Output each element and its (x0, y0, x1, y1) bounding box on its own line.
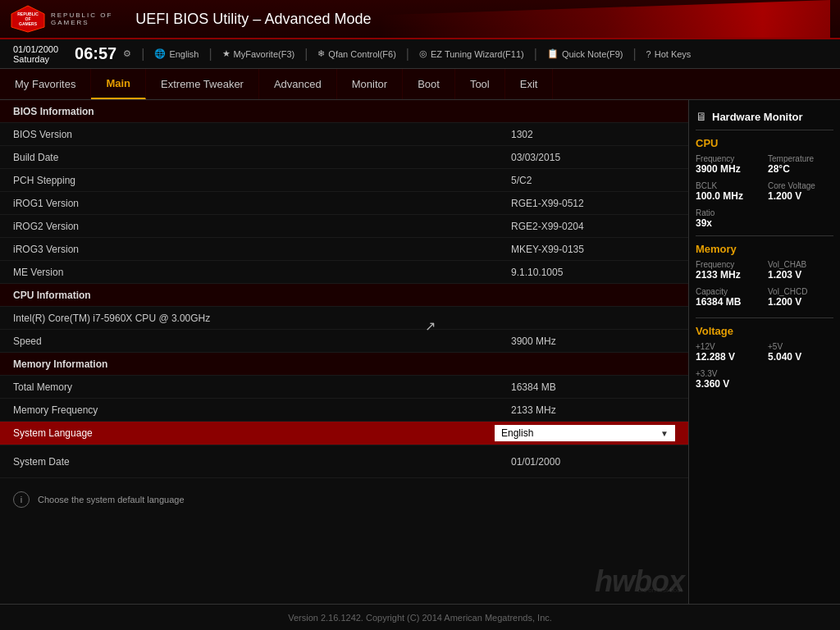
hotkeys-icon: ? (646, 49, 651, 59)
nav-monitor[interactable]: Monitor (337, 69, 403, 99)
toolbar-separator-5: | (534, 47, 537, 62)
main-layout: BIOS Information BIOS Version 1302 Build… (0, 100, 840, 604)
irog3-row: iROG3 Version MKEY-X99-0135 (0, 238, 688, 261)
hw-cpu-temp-value: 28°C (768, 163, 833, 175)
system-language-dropdown[interactable]: English ▼ (495, 425, 675, 441)
info-table: BIOS Information BIOS Version 1302 Build… (0, 100, 688, 514)
nav-tool[interactable]: Tool (455, 69, 505, 99)
svg-text:GAMERS: GAMERS (19, 21, 38, 26)
help-text: Choose the system default language (38, 495, 185, 504)
rog-line2: GAMERS (51, 19, 112, 26)
hw-v12-label: +12V (696, 342, 761, 351)
hw-mem-frequency: Frequency 2133 MHz (696, 260, 761, 281)
cpu-model-value: Intel(R) Core(TM) i7-5960X CPU @ 3.00GHz (13, 313, 511, 324)
time-text: 06:57 (75, 44, 116, 63)
hw-mem-capacity: Capacity 16384 MB (696, 287, 761, 308)
cpu-model-row: Intel(R) Core(TM) i7-5960X CPU @ 3.00GHz (0, 307, 688, 330)
nav-exit[interactable]: Exit (505, 69, 554, 99)
bios-version-label: BIOS Version (13, 129, 511, 140)
nav-extreme-tweaker[interactable]: Extreme Tweaker (146, 69, 259, 99)
toolbar-myfavorite[interactable]: ★ MyFavorite(F3) (217, 47, 300, 61)
help-footer: i Choose the system default language (0, 485, 688, 514)
hardware-monitor-panel: 🖥 Hardware Monitor CPU Frequency 3900 MH… (688, 100, 840, 604)
hw-vol-chcd-value: 1.200 V (768, 296, 833, 308)
hw-voltage-section-title: Voltage (696, 325, 833, 337)
page-title: UEFI BIOS Utility – Advanced Mode (135, 11, 371, 28)
hw-ratio-label: Ratio (696, 208, 833, 217)
hw-capacity-label: Capacity (696, 287, 761, 296)
system-language-row[interactable]: System Language English ▼ (0, 422, 688, 445)
date-display: 01/01/2000 Saturday (13, 44, 58, 64)
tuning-icon: ◎ (419, 48, 427, 59)
hw-cpu-freq-temp: Frequency 3900 MHz Temperature 28°C (696, 154, 833, 178)
settings-icon[interactable]: ⚙ (123, 48, 131, 59)
hw-ratio-value: 39x (696, 217, 833, 229)
hw-monitor-header: 🖥 Hardware Monitor (696, 107, 833, 130)
hw-v5-value: 5.040 V (768, 351, 833, 363)
info-icon: i (13, 491, 30, 508)
header-decoration (381, 0, 830, 38)
globe-icon: 🌐 (154, 48, 166, 59)
hw-cpu-temperature: Temperature 28°C (768, 154, 833, 175)
total-memory-label: Total Memory (13, 381, 511, 393)
irog3-value: MKEY-X99-0135 (511, 244, 675, 255)
hw-core-voltage-value: 1.200 V (768, 190, 833, 202)
main-content: BIOS Information BIOS Version 1302 Build… (0, 100, 688, 604)
toolbar: 01/01/2000 Saturday 06:57 ⚙ | 🌐 English … (0, 39, 840, 69)
toolbar-ez-tuning[interactable]: ◎ EZ Tuning Wizard(F11) (414, 47, 529, 61)
pch-stepping-row: PCH Stepping 5/C2 (0, 169, 688, 192)
hw-bclk-label: BCLK (696, 181, 761, 190)
note-icon: 📋 (547, 48, 559, 59)
nav-main[interactable]: Main (91, 69, 146, 99)
toolbar-time-display: 06:57 ⚙ (70, 43, 136, 65)
me-version-label: ME Version (13, 267, 511, 278)
build-date-label: Build Date (13, 152, 511, 163)
me-version-row: ME Version 9.1.10.1005 (0, 261, 688, 284)
hw-cpu-freq-value: 3900 MHz (696, 163, 761, 175)
total-memory-value: 16384 MB (511, 381, 675, 393)
nav-my-favorites[interactable]: My Favorites (0, 69, 91, 99)
nav-boot[interactable]: Boot (403, 69, 455, 99)
system-date-row[interactable]: System Date 01/01/2000 (0, 445, 688, 478)
hw-v5: +5V 5.040 V (768, 342, 833, 363)
rog-logo: REPUBLIC OF GAMERS REPUBLIC OF GAMERS (10, 4, 112, 34)
toolbar-language[interactable]: 🌐 English (149, 47, 203, 61)
hw-bclk-value: 100.0 MHz (696, 190, 761, 202)
pch-stepping-value: 5/C2 (511, 175, 675, 186)
nav-advanced[interactable]: Advanced (259, 69, 337, 99)
irog3-label: iROG3 Version (13, 244, 511, 255)
quick-note-label: Quick Note(F9) (562, 49, 623, 59)
irog1-label: iROG1 Version (13, 198, 511, 209)
hw-mem-freq-chab: Frequency 2133 MHz Vol_CHAB 1.203 V (696, 260, 833, 284)
rog-logo-svg: REPUBLIC OF GAMERS (10, 4, 46, 34)
me-version-value: 9.1.10.1005 (511, 267, 675, 278)
pch-stepping-label: PCH Stepping (13, 175, 511, 186)
hw-cpu-ratio: Ratio 39x (696, 208, 833, 229)
hw-mem-freq-label: Frequency (696, 260, 761, 269)
hw-vol-chab: Vol_CHAB 1.203 V (768, 260, 833, 281)
toolbar-hot-keys[interactable]: ? Hot Keys (641, 48, 696, 61)
cpu-speed-label: Speed (13, 336, 511, 347)
total-memory-row: Total Memory 16384 MB (0, 376, 688, 399)
toolbar-separator-3: | (304, 47, 308, 62)
ez-tuning-label: EZ Tuning Wizard(F11) (431, 49, 524, 59)
memory-freq-label: Memory Frequency (13, 404, 511, 416)
bios-version-row: BIOS Version 1302 (0, 123, 688, 146)
toolbar-qfan[interactable]: ❄ Qfan Control(F6) (313, 47, 401, 61)
system-language-label: System Language (13, 427, 495, 439)
memory-freq-row: Memory Frequency 2133 MHz (0, 399, 688, 422)
hw-cpu-frequency: Frequency 3900 MHz (696, 154, 761, 175)
memory-info-section: Memory Information (0, 353, 688, 376)
hw-vol-chab-value: 1.203 V (768, 269, 833, 281)
hw-vol-chab-label: Vol_CHAB (768, 260, 833, 269)
cpu-speed-value: 3900 MHz (511, 336, 675, 347)
cpu-speed-row: Speed 3900 MHz (0, 330, 688, 353)
bios-info-label: BIOS Information (13, 106, 94, 117)
hw-cpu-section-title: CPU (696, 137, 833, 149)
build-date-row: Build Date 03/03/2015 (0, 146, 688, 169)
language-select[interactable]: English ▼ (495, 425, 675, 441)
hot-keys-label: Hot Keys (655, 49, 692, 59)
hw-mem-freq-value: 2133 MHz (696, 269, 761, 281)
main-navigation: My Favorites Main Extreme Tweaker Advanc… (0, 69, 840, 100)
toolbar-quick-note[interactable]: 📋 Quick Note(F9) (542, 47, 628, 61)
